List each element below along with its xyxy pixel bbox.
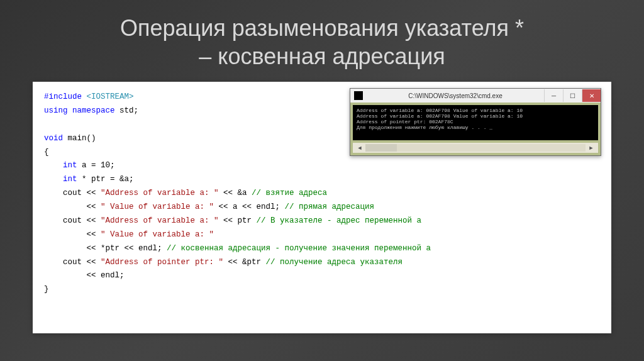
window-controls: ─ ☐ ✕ [544,89,601,102]
code-text [44,175,63,184]
code-keyword: int [63,161,77,170]
code-string: " Value of variable a: " [101,203,214,211]
code-string: "Address of pointer ptr: " [101,258,223,267]
code-text [44,161,63,170]
code-text: << &a [219,189,252,197]
code-panel: #include <IOSTREAM> using namespace std;… [33,82,611,333]
code-string: " Value of variable a: " [101,230,214,239]
code-text: a = 10; [77,161,115,170]
code-text: } [44,285,49,294]
code-keyword: using [44,106,68,115]
code-text: std; [115,106,139,115]
console-line: Address of pointer ptr: 002AF78C [357,119,453,125]
console-title: C:\WINDOWS\system32\cmd.exe [367,92,544,99]
console-line: Address of variable a: 002AF798 Value of… [357,108,523,113]
maximize-button[interactable]: ☐ [563,89,582,102]
console-window: C:\WINDOWS\system32\cmd.exe ─ ☐ ✕ Addres… [350,88,601,156]
code-comment: // взятие адреса [252,189,327,197]
console-line: Address of variable a: 002AF798 Value of… [357,113,523,119]
console-scrollbar[interactable]: ◄ ► [353,143,598,153]
code-text [68,106,73,115]
scroll-track[interactable] [365,144,586,152]
code-text: << ptr [219,216,257,225]
cmd-icon [354,91,363,100]
code-text: main() [63,134,96,143]
code-comment: // В указателе - адрес переменной a [257,216,422,225]
code-comment: // прямая адресация [285,203,375,211]
code-string: "Address of variable a: " [101,216,219,225]
code-text: cout << [44,216,101,225]
code-keyword: void [44,134,63,143]
console-output: Address of variable a: 002AF798 Value of… [353,105,598,140]
code-text: { [44,148,49,157]
code-text: cout << [44,258,101,267]
code-keyword: int [63,175,77,184]
code-text: << endl; [44,271,125,280]
code-keyword: namespace [72,106,115,115]
scroll-left-icon[interactable]: ◄ [355,144,364,152]
close-button[interactable]: ✕ [582,89,601,102]
console-line: Для продолжения нажмите любую клавишу . … [357,125,492,130]
code-text: << [44,203,101,211]
code-text: << &ptr [223,258,266,267]
code-text: << a << endl; [214,203,285,211]
code-comment: // косвенная адресация - получение значе… [167,244,431,253]
console-titlebar[interactable]: C:\WINDOWS\system32\cmd.exe ─ ☐ ✕ [350,89,601,103]
code-text: cout << [44,189,101,197]
title-line-2: – косвенная адресация [199,43,445,69]
code-keyword: #include [44,92,82,101]
scroll-right-icon[interactable]: ► [587,144,596,152]
minimize-button[interactable]: ─ [544,89,563,102]
code-string: "Address of variable a: " [101,189,219,197]
title-line-1: Операция разыменования указателя * [120,15,524,41]
code-text: * ptr = &a; [77,175,134,184]
slide-title: Операция разыменования указателя * – кос… [0,0,644,82]
scroll-thumb[interactable] [365,144,397,152]
code-text: << *ptr << endl; [44,244,167,253]
code-include-target: <IOSTREAM> [82,92,134,101]
code-comment: // получение адреса указателя [266,258,403,267]
code-text: << [44,230,101,239]
